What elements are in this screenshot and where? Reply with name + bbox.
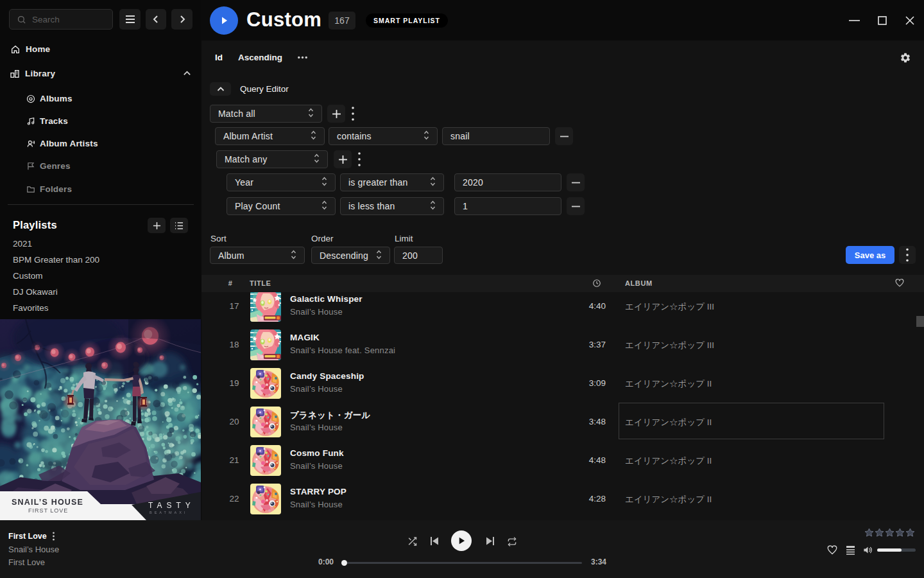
svg-text:FIRST LOVE: FIRST LOVE	[28, 507, 68, 514]
svg-text:TASTY: TASTY	[148, 501, 195, 510]
svg-text:BEATMAXI: BEATMAXI	[150, 511, 187, 514]
svg-text:SNAIL’S HOUSE: SNAIL’S HOUSE	[12, 498, 83, 507]
